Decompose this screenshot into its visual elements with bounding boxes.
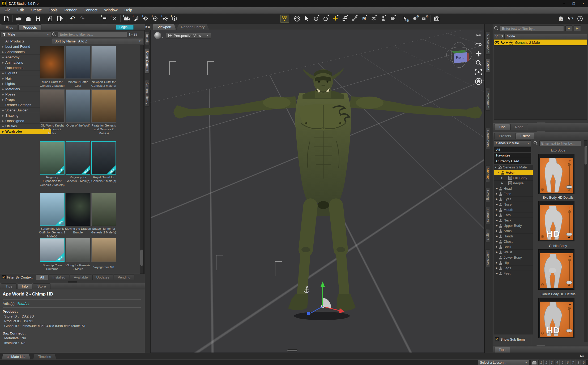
gear-icon[interactable]: ⚙ (541, 187, 544, 192)
lesson-7-button[interactable]: 7 (570, 360, 576, 365)
menu-file[interactable]: File (1, 7, 14, 14)
create-camera-icon[interactable]: + (122, 15, 131, 23)
quick-filter-favorites[interactable]: Favorites (494, 153, 531, 158)
lesson-player-icon[interactable] (531, 360, 538, 365)
scrollbar-handle[interactable] (585, 146, 587, 164)
import-icon[interactable] (46, 15, 55, 23)
status-tab-pending[interactable]: Pending (114, 275, 134, 280)
category-filter-dropdown[interactable]: Male ▼ (1, 31, 51, 37)
tree-item-full-body[interactable]: ▶GFull Body (494, 175, 533, 181)
login-button[interactable]: Login... (116, 25, 134, 30)
product-search-input[interactable] (58, 32, 127, 37)
tree-item-chest[interactable]: ▶Chest (494, 239, 533, 244)
create-null-icon[interactable]: + (110, 15, 118, 23)
lesson-2-button[interactable]: 2 (544, 360, 549, 365)
dock-tab-aux-viewport[interactable]: Aux Viewport (485, 31, 490, 55)
figure-selector-dropdown[interactable]: Genesis 2 Male ▼ (494, 140, 531, 146)
filter-by-context-checkbox[interactable]: ✓ (2, 275, 6, 279)
tree-item-arms[interactable]: ▶Arms (494, 228, 533, 234)
preset-search-input[interactable] (539, 140, 581, 146)
product-thumbnail[interactable] (91, 46, 116, 79)
tree-item-hands[interactable]: ▶Hands (494, 234, 533, 239)
column-visible[interactable]: V (494, 34, 499, 39)
lesson-selector-dropdown[interactable]: Select a Lesson... ▼ (478, 360, 530, 365)
dock-tab-content-library[interactable]: Content Library (145, 80, 150, 107)
create-linear-light-icon[interactable]: + (161, 15, 169, 23)
render-settings-icon[interactable]: ⚙ (420, 15, 429, 23)
tree-item-eyes[interactable]: ▶Eyes (494, 197, 533, 202)
new-file-icon[interactable] (2, 15, 11, 23)
tree-item-lower-body[interactable]: Lower Body (494, 255, 533, 260)
tree-item-people[interactable]: ▶GPeople (494, 181, 533, 186)
menu-tools[interactable]: Tools (45, 7, 61, 14)
tree-item-hip[interactable]: ▶Hip (494, 260, 533, 266)
menu-help[interactable]: Help (121, 7, 135, 14)
category-all-products[interactable]: All Products (0, 39, 51, 44)
preset-decrement[interactable]: − (568, 332, 570, 336)
tree-item-actor[interactable]: ▼Actor (494, 170, 533, 175)
tree-item-face[interactable]: ▶Face (494, 191, 533, 197)
show-sub-items-checkbox[interactable]: ✓ (495, 337, 499, 341)
quick-filter-all[interactable]: All (494, 147, 531, 153)
scene-search-input[interactable] (500, 25, 564, 31)
viewport-scroll-handle[interactable] (287, 349, 298, 351)
preset-increment[interactable]: + (569, 254, 571, 258)
product-thumbnail[interactable] (66, 46, 90, 79)
drawstyle-sphere-icon[interactable] (154, 32, 161, 39)
product-scrollbar[interactable] (140, 45, 144, 274)
create-point-light-icon[interactable]: + (142, 15, 150, 23)
create-spotlight-icon[interactable]: + (132, 15, 140, 23)
tab-products[interactable]: Products (18, 24, 41, 30)
preset-decrement[interactable]: − (568, 235, 570, 240)
tab-node[interactable]: Node (510, 124, 528, 130)
camera-select-icon[interactable] (389, 15, 397, 23)
viewport-3d[interactable]: ▼ Perspective View ▼ ▶≣ Fr (150, 30, 484, 353)
maximize-button[interactable]: □ (569, 0, 578, 7)
surface-selection-icon[interactable] (369, 15, 378, 23)
product-thumbnail[interactable]: NEW (40, 141, 65, 175)
bottom-pane-options-icon[interactable]: ▶≣ (580, 354, 584, 358)
preset-increment[interactable]: + (569, 206, 571, 210)
menu-create[interactable]: Create (27, 7, 45, 14)
view-selector-dropdown[interactable]: Perspective View ▼ (166, 33, 211, 38)
lesson-8-button[interactable]: 8 (576, 360, 581, 365)
preset-goblin-body[interactable]: +...− ⚙ (538, 249, 574, 290)
scene-highlight-icon[interactable] (280, 15, 289, 23)
tree-item-neck[interactable]: ▶Neck (494, 218, 533, 223)
preset-scrollbar[interactable] (584, 140, 587, 342)
info-tab-info[interactable]: Info (17, 283, 32, 289)
pane-splitter[interactable] (0, 281, 145, 283)
tree-item-upper-body[interactable]: ▶Upper Body (494, 223, 533, 228)
select-check-icon[interactable] (500, 41, 505, 44)
tree-item-genesis-2-male[interactable]: ▼Genesis 2 Male (494, 165, 533, 170)
product-thumbnail[interactable]: NEW (40, 238, 65, 262)
product-thumbnail[interactable] (40, 89, 65, 123)
preset-exo-body[interactable]: +...− ⚙ (538, 154, 574, 194)
lesson-5-button[interactable]: 5 (560, 360, 565, 365)
tree-item-head[interactable]: ▶Head (494, 186, 533, 191)
home-icon[interactable] (475, 78, 482, 85)
tree-item-mouth[interactable]: ▶Mouth (494, 207, 533, 212)
sort-dropdown[interactable]: Sort by Name : A to Z ▼ (52, 38, 143, 44)
status-tab-updates[interactable]: Updates (92, 275, 113, 280)
render-icon[interactable] (433, 15, 441, 23)
tab-animate-lite[interactable]: aniMate Lite (2, 354, 31, 360)
zoom-icon[interactable] (475, 59, 482, 66)
surface-settings-icon[interactable]: ⚙ (411, 15, 419, 23)
pane-splitter[interactable] (493, 121, 588, 123)
open-file-icon[interactable] (15, 15, 23, 23)
orbit-view-icon[interactable] (293, 15, 301, 23)
frame-icon[interactable] (475, 69, 482, 76)
status-tab-all[interactable]: All (36, 275, 48, 280)
info-tab-tips[interactable]: Tips (1, 283, 17, 289)
product-thumbnail[interactable] (66, 89, 90, 123)
joint-editor-icon[interactable] (350, 15, 359, 23)
scale-tool-icon[interactable] (341, 15, 349, 23)
close-button[interactable]: × (578, 0, 588, 7)
tab-render-library[interactable]: Render Library (176, 24, 209, 30)
orbit-icon[interactable] (475, 41, 482, 48)
minimize-button[interactable]: – (559, 0, 569, 7)
expand-arrow-icon[interactable]: ▶ (506, 41, 508, 44)
preset-decrement[interactable]: − (568, 283, 570, 288)
ds-home-icon[interactable]: DS (557, 15, 565, 23)
